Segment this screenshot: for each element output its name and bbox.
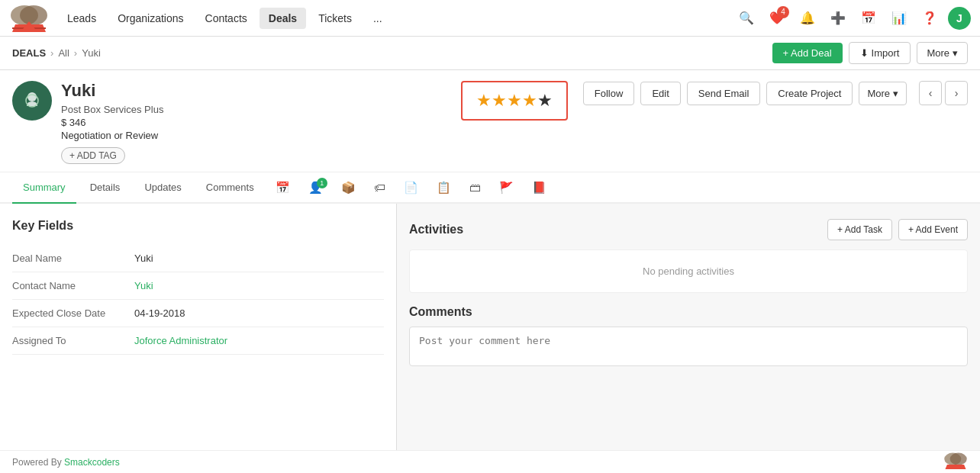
breadcrumb-more-button[interactable]: More ▾: [917, 42, 968, 64]
import-button[interactable]: ⬇ Import: [849, 42, 911, 64]
comment-input[interactable]: [409, 327, 968, 366]
comments-section: Comments: [409, 305, 968, 368]
footer-logo: [943, 452, 968, 472]
star-1[interactable]: ★: [476, 91, 492, 111]
assigned-to-value[interactable]: Joforce Administrator: [134, 335, 227, 346]
breadcrumb-root[interactable]: DEALS: [12, 47, 46, 59]
footer-link[interactable]: Smackcoders: [64, 457, 120, 468]
chevron-down-icon: ▾: [953, 47, 958, 59]
logo[interactable]: [9, 5, 49, 32]
tab-summary[interactable]: Summary: [12, 172, 76, 204]
notification-badge: 4: [777, 6, 789, 18]
nav-leads[interactable]: Leads: [58, 8, 105, 29]
deal-more-label: More: [867, 88, 890, 99]
tab-book-icon[interactable]: 📕: [524, 173, 554, 204]
svg-point-5: [27, 92, 37, 101]
field-row-assigned-to: Assigned To Joforce Administrator: [12, 327, 384, 355]
breadcrumb: DEALS › All › Yuki: [12, 47, 101, 59]
footer-powered-by: Powered By Smackcoders: [12, 457, 120, 468]
breadcrumb-actions: + Add Deal ⬇ Import More ▾: [772, 42, 968, 64]
add-tag-button[interactable]: + ADD TAG: [61, 147, 125, 164]
nav-icon-area: 🔍 ❤️ 4 🔔 ➕ 📅 📊 ❓ J: [734, 6, 971, 31]
contacts-tab-badge: 1: [317, 178, 327, 188]
main-content: Key Fields Deal Name Yuki Contact Name Y…: [0, 204, 980, 473]
tab-inbox-icon[interactable]: 📦: [334, 173, 363, 204]
deal-name-value: Yuki: [134, 253, 153, 264]
tab-updates[interactable]: Updates: [134, 172, 192, 204]
deal-more-button[interactable]: More ▾: [859, 82, 907, 105]
calendar-button[interactable]: 📅: [856, 6, 881, 31]
activities-header: Activities + Add Task + Add Event: [409, 219, 968, 240]
star-5[interactable]: ★: [537, 91, 553, 111]
import-icon: ⬇: [860, 47, 869, 59]
deal-actions: Follow Edit Send Email Create Project Mo…: [583, 81, 968, 105]
nav-deals[interactable]: Deals: [260, 8, 306, 29]
deal-header: Yuki Post Box Services Plus $ 346 Negoti…: [0, 70, 980, 172]
field-row-close-date: Expected Close Date 04-19-2018: [12, 300, 384, 327]
activities-title: Activities: [409, 223, 463, 236]
svg-point-1: [20, 5, 47, 25]
close-date-value: 04-19-2018: [134, 307, 185, 319]
tabs-bar: Summary Details Updates Comments 📅 👤 1 📦…: [0, 172, 980, 204]
send-email-button[interactable]: Send Email: [687, 82, 760, 105]
field-row-deal-name: Deal Name Yuki: [12, 245, 384, 272]
bell-button[interactable]: 🔔: [795, 6, 820, 31]
add-deal-button[interactable]: + Add Deal: [772, 43, 843, 63]
close-date-label: Expected Close Date: [12, 307, 134, 319]
follow-button[interactable]: Follow: [583, 82, 635, 105]
deal-name: Yuki: [61, 81, 446, 101]
breadcrumb-more-label: More: [927, 47, 949, 59]
nav-more-dots[interactable]: ...: [364, 8, 392, 29]
star-rating-box[interactable]: ★ ★ ★ ★ ★: [461, 81, 568, 121]
add-task-button[interactable]: + Add Task: [827, 219, 892, 240]
star-4[interactable]: ★: [522, 91, 537, 111]
star-3[interactable]: ★: [507, 91, 522, 111]
import-label: Import: [872, 47, 900, 59]
search-button[interactable]: 🔍: [734, 6, 759, 31]
tab-calendar-icon[interactable]: 📅: [268, 173, 298, 204]
tab-clip-icon[interactable]: 📋: [429, 173, 459, 204]
right-panel: Activities + Add Task + Add Event No pen…: [397, 204, 980, 473]
tab-contacts-icon[interactable]: 👤 1: [301, 173, 330, 204]
contact-name-label: Contact Name: [12, 280, 134, 291]
activities-actions: + Add Task + Add Event: [827, 219, 968, 240]
contact-name-value[interactable]: Yuki: [134, 280, 153, 291]
user-avatar[interactable]: J: [948, 7, 971, 30]
help-button[interactable]: ❓: [917, 6, 942, 31]
top-navigation: Leads Organizations Contacts Deals Ticke…: [0, 0, 980, 37]
deal-more-chevron: ▾: [893, 88, 898, 99]
notifications-button[interactable]: ❤️ 4: [765, 6, 789, 31]
deal-amount: $ 346: [61, 117, 446, 128]
assigned-to-label: Assigned To: [12, 335, 134, 346]
deal-info: Yuki Post Box Services Plus $ 346 Negoti…: [61, 81, 446, 164]
chart-button[interactable]: 📊: [887, 6, 911, 31]
svg-marker-9: [945, 465, 965, 469]
nav-organizations[interactable]: Organizations: [108, 8, 192, 29]
nav-contacts[interactable]: Contacts: [196, 8, 256, 29]
tab-details[interactable]: Details: [79, 172, 131, 204]
deal-icon: [12, 81, 52, 121]
tab-comments[interactable]: Comments: [195, 172, 265, 204]
no-activities-message: No pending activities: [409, 249, 968, 293]
field-row-contact-name: Contact Name Yuki: [12, 272, 384, 300]
next-deal-button[interactable]: ›: [945, 81, 968, 105]
nav-items: Leads Organizations Contacts Deals Ticke…: [58, 8, 734, 29]
add-button[interactable]: ➕: [826, 6, 850, 31]
edit-button[interactable]: Edit: [640, 82, 680, 105]
tab-doc-icon[interactable]: 📄: [396, 173, 426, 204]
prev-deal-button[interactable]: ‹: [919, 81, 942, 105]
tab-table-icon[interactable]: 🗃: [462, 173, 488, 203]
breadcrumb-bar: DEALS › All › Yuki + Add Deal ⬇ Import M…: [0, 37, 980, 70]
tab-tag-icon[interactable]: 🏷: [366, 173, 393, 203]
svg-point-8: [950, 453, 967, 465]
star-2[interactable]: ★: [492, 91, 507, 111]
left-panel: Key Fields Deal Name Yuki Contact Name Y…: [0, 204, 397, 473]
add-event-button[interactable]: + Add Event: [898, 219, 968, 240]
deal-name-label: Deal Name: [12, 253, 134, 264]
tab-flag-icon[interactable]: 🚩: [492, 173, 521, 204]
key-fields-title: Key Fields: [12, 219, 384, 233]
nav-tickets[interactable]: Tickets: [309, 8, 361, 29]
nav-arrows: ‹ ›: [919, 81, 968, 105]
breadcrumb-level1[interactable]: All: [58, 47, 69, 59]
create-project-button[interactable]: Create Project: [766, 82, 853, 105]
